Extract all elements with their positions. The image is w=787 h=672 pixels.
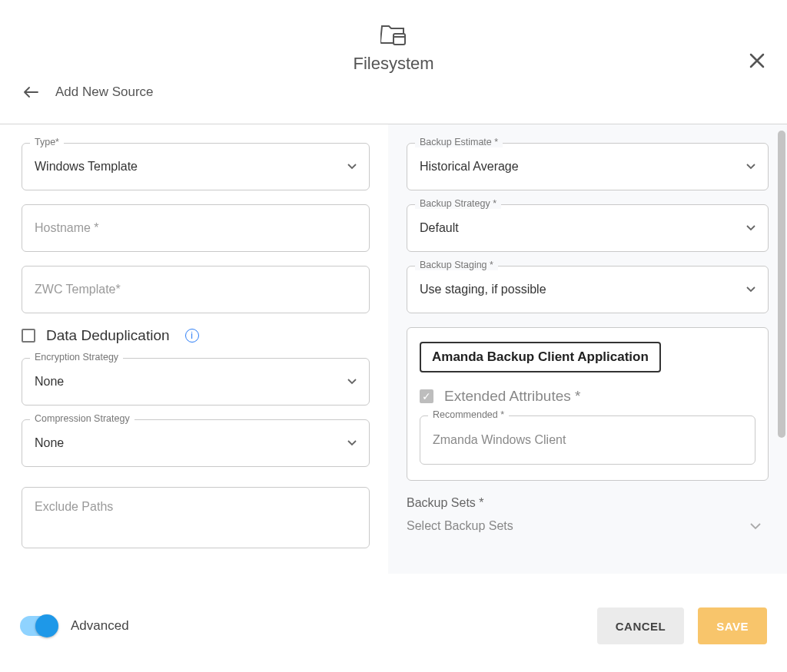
dialog-footer: Advanced CANCEL SAVE bbox=[0, 580, 787, 672]
backup-sets-select[interactable]: Select Backup Sets bbox=[407, 515, 769, 538]
backup-estimate-value: Historical Average bbox=[420, 160, 740, 174]
chevron-down-icon bbox=[347, 164, 357, 170]
info-icon[interactable]: i bbox=[185, 329, 199, 343]
compression-select[interactable]: Compression Strategy None bbox=[22, 419, 370, 467]
advanced-toggle-group: Advanced bbox=[20, 616, 129, 636]
dialog-header: Filesystem Add New Source bbox=[0, 0, 787, 114]
chevron-down-icon bbox=[746, 225, 755, 231]
save-button[interactable]: SAVE bbox=[698, 607, 767, 644]
svg-rect-0 bbox=[394, 34, 405, 45]
left-column: Type* Windows Template Hostname * ZWC Te… bbox=[0, 124, 388, 574]
close-button[interactable] bbox=[745, 49, 769, 72]
backup-strategy-select[interactable]: Backup Strategy * Default bbox=[407, 204, 769, 252]
compression-label: Compression Strategy bbox=[30, 413, 134, 424]
chevron-down-icon bbox=[746, 164, 755, 170]
breadcrumb-text: Add New Source bbox=[55, 84, 154, 100]
scrollbar-thumb[interactable] bbox=[778, 131, 785, 438]
data-dedup-label: Data Deduplication bbox=[46, 327, 170, 344]
backup-strategy-label: Backup Strategy * bbox=[415, 198, 501, 209]
recommended-field[interactable]: Recommended * Zmanda Windows Client bbox=[420, 415, 755, 465]
chevron-down-icon bbox=[347, 379, 357, 385]
extended-attributes-checkbox[interactable] bbox=[420, 389, 433, 403]
dialog-title: Filesystem bbox=[15, 54, 772, 74]
toggle-knob bbox=[35, 614, 58, 637]
backup-estimate-select[interactable]: Backup Estimate * Historical Average bbox=[407, 143, 769, 190]
encryption-select[interactable]: Encryption Strategy None bbox=[22, 358, 370, 406]
exclude-paths-placeholder: Exclude Paths bbox=[35, 500, 357, 514]
form-body: Type* Windows Template Hostname * ZWC Te… bbox=[0, 124, 787, 574]
extended-attributes-row: Extended Attributes * bbox=[420, 388, 755, 405]
chevron-down-icon bbox=[347, 440, 357, 446]
footer-actions: CANCEL SAVE bbox=[597, 607, 767, 644]
recommended-value: Zmanda Windows Client bbox=[433, 433, 742, 447]
chevron-down-icon bbox=[750, 523, 761, 530]
recommended-label: Recommended * bbox=[428, 409, 509, 420]
backup-estimate-label: Backup Estimate * bbox=[415, 137, 503, 147]
type-label: Type* bbox=[30, 137, 64, 147]
extended-attributes-label: Extended Attributes * bbox=[444, 388, 580, 405]
chevron-down-icon bbox=[746, 286, 755, 293]
backup-staging-select[interactable]: Backup Staging * Use staging, if possibl… bbox=[407, 266, 769, 313]
filesystem-icon bbox=[15, 23, 772, 46]
right-column: Backup Estimate * Historical Average Bac… bbox=[388, 124, 787, 574]
scrollbar[interactable] bbox=[778, 131, 785, 572]
type-select[interactable]: Type* Windows Template bbox=[22, 143, 370, 190]
backup-sets-placeholder: Select Backup Sets bbox=[407, 519, 513, 533]
backup-strategy-value: Default bbox=[420, 221, 740, 235]
backup-staging-label: Backup Staging * bbox=[415, 260, 498, 270]
client-app-chip[interactable]: Amanda Backup Client Application bbox=[420, 342, 661, 372]
exclude-paths-input[interactable]: Exclude Paths bbox=[22, 487, 370, 548]
breadcrumb: Add New Source bbox=[15, 84, 772, 100]
compression-value: None bbox=[35, 436, 341, 450]
advanced-toggle[interactable] bbox=[20, 616, 57, 636]
data-dedup-checkbox[interactable] bbox=[22, 329, 35, 343]
backup-sets-label: Backup Sets * bbox=[407, 496, 769, 510]
type-value: Windows Template bbox=[35, 160, 341, 174]
client-app-panel: Amanda Backup Client Application Extende… bbox=[407, 327, 769, 481]
encryption-label: Encryption Strategy bbox=[30, 352, 123, 362]
zwc-template-placeholder: ZWC Template* bbox=[35, 283, 357, 296]
encryption-value: None bbox=[35, 375, 341, 389]
zwc-template-input[interactable]: ZWC Template* bbox=[22, 266, 370, 313]
hostname-input[interactable]: Hostname * bbox=[22, 204, 370, 252]
back-arrow-icon[interactable] bbox=[23, 84, 38, 100]
hostname-placeholder: Hostname * bbox=[35, 221, 357, 235]
backup-staging-value: Use staging, if possible bbox=[420, 283, 740, 296]
data-dedup-row: Data Deduplication i bbox=[22, 327, 370, 344]
cancel-button[interactable]: CANCEL bbox=[597, 607, 685, 644]
advanced-label: Advanced bbox=[71, 618, 129, 634]
